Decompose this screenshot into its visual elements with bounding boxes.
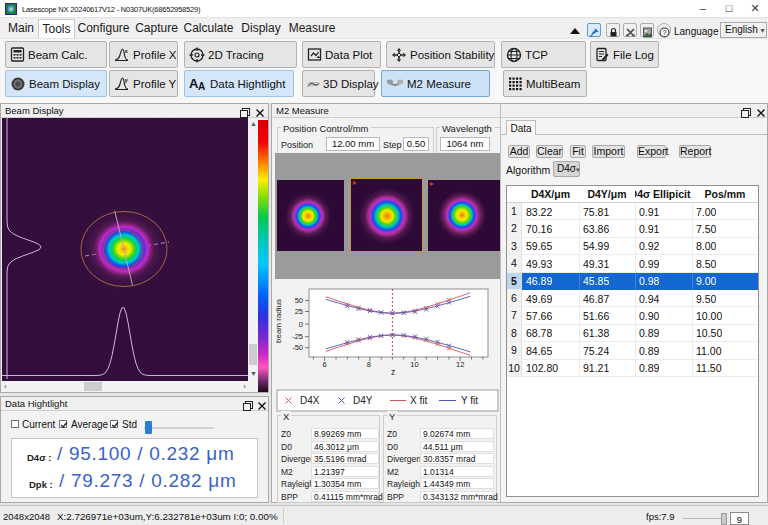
svg-text:10: 10: [410, 360, 418, 369]
svg-text:z: z: [391, 367, 395, 377]
svg-text:A: A: [198, 81, 205, 91]
svg-text:-50: -50: [292, 343, 303, 352]
svg-text:Y fit: Y fit: [461, 395, 478, 406]
svg-text:?: ?: [662, 29, 666, 36]
svg-text:x: x: [125, 48, 129, 54]
svg-text:X fit: X fit: [410, 395, 427, 406]
svg-text:50: 50: [295, 296, 303, 305]
svg-text:D4Y: D4Y: [353, 395, 373, 406]
svg-text:y: y: [125, 77, 129, 83]
svg-text:-25: -25: [292, 332, 303, 341]
svg-text:0: 0: [299, 320, 303, 329]
svg-text:8: 8: [367, 360, 371, 369]
svg-text:beam radius: beam radius: [274, 299, 283, 343]
svg-text:25: 25: [295, 307, 303, 316]
svg-text:12: 12: [456, 360, 464, 369]
svg-text:D4X: D4X: [300, 395, 320, 406]
svg-text:6: 6: [323, 360, 327, 369]
